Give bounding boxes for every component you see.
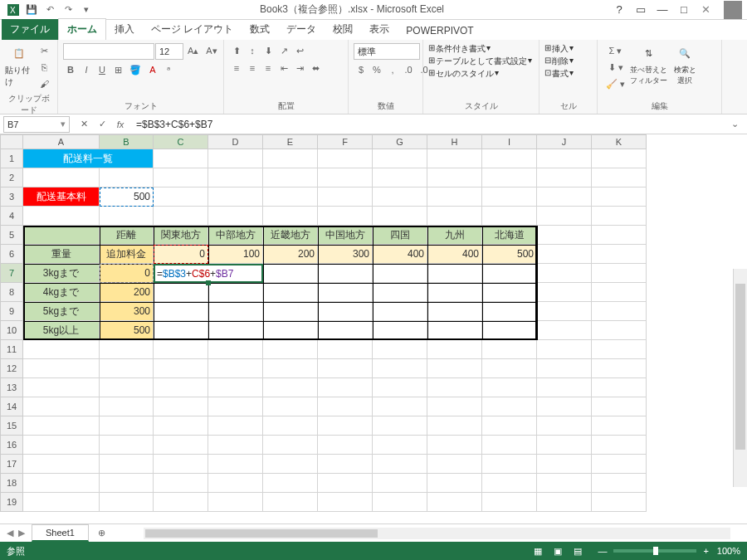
comma-icon[interactable]: , — [385, 62, 400, 77]
cell-bg[interactable] — [373, 302, 427, 321]
cell-bg[interactable] — [482, 455, 537, 474]
cell-bg[interactable] — [537, 187, 592, 207]
user-avatar[interactable] — [724, 1, 742, 19]
cell-bg[interactable] — [537, 149, 592, 168]
cell-bg[interactable] — [208, 187, 263, 207]
hscroll-thumb[interactable] — [145, 529, 378, 538]
cell-A8[interactable]: 4kgまで — [23, 283, 100, 302]
cell-bg[interactable] — [263, 187, 318, 207]
minimize-icon[interactable]: — — [652, 2, 672, 18]
cell-A6[interactable]: 重量 — [23, 245, 100, 264]
cell-bg[interactable] — [427, 168, 482, 187]
cell-bg[interactable] — [154, 187, 208, 207]
cell-bg[interactable] — [154, 493, 208, 512]
cell-bg[interactable] — [318, 283, 373, 302]
cell-bg[interactable] — [373, 264, 427, 283]
fill-color-button[interactable]: 🪣 — [126, 62, 144, 77]
cell-bg[interactable] — [208, 436, 263, 455]
conditional-format-button[interactable]: ⊞ 条件付き書式 ▾ — [428, 43, 491, 55]
border-button[interactable]: ⊞ — [110, 62, 125, 77]
indent-inc-icon[interactable]: ⇥ — [292, 61, 307, 75]
cell-bg[interactable] — [23, 340, 100, 359]
cell-bg[interactable] — [427, 340, 482, 359]
cell-bg[interactable] — [592, 493, 647, 512]
cell-bg[interactable] — [208, 302, 263, 321]
cell-E6[interactable]: 200 — [263, 245, 318, 264]
cell-C5[interactable]: 関東地方 — [154, 226, 208, 245]
underline-button[interactable]: U — [95, 62, 110, 77]
cell-bg[interactable] — [592, 149, 647, 168]
indent-dec-icon[interactable]: ⇤ — [276, 61, 291, 75]
cell-bg[interactable] — [154, 455, 208, 474]
cell-bg[interactable] — [154, 416, 208, 436]
cell-bg[interactable] — [23, 397, 100, 416]
cell-bg[interactable] — [100, 455, 154, 474]
ribbon-display-icon[interactable]: ▭ — [631, 2, 651, 18]
name-box[interactable]: B7 ▾ — [3, 116, 70, 133]
cell-H5[interactable]: 九州 — [427, 226, 482, 245]
cell-bg[interactable] — [318, 207, 373, 226]
col-header-F[interactable]: F — [318, 134, 373, 149]
cell-bg[interactable] — [592, 283, 647, 302]
cell-bg[interactable] — [263, 397, 318, 416]
cell-bg[interactable] — [592, 436, 647, 455]
clear-icon[interactable]: 🧹 ▾ — [603, 76, 628, 91]
cell-bg[interactable] — [592, 416, 647, 436]
align-bottom-icon[interactable]: ⬇ — [261, 43, 276, 58]
cell-bg[interactable] — [592, 187, 647, 207]
cell-bg[interactable] — [592, 207, 647, 226]
format-painter-icon[interactable]: 🖌 — [37, 76, 52, 91]
cell-bg[interactable] — [592, 321, 647, 340]
cell-A10[interactable]: 5kg以上 — [23, 321, 100, 340]
row-header-8[interactable]: 8 — [0, 283, 23, 302]
cell-bg[interactable] — [263, 359, 318, 378]
view-layout-icon[interactable]: ▣ — [549, 544, 567, 558]
cell-bg[interactable] — [208, 149, 263, 168]
cell-bg[interactable] — [373, 207, 427, 226]
cell-bg[interactable] — [427, 474, 482, 493]
excel-icon[interactable]: X — [5, 2, 22, 18]
cell-bg[interactable] — [592, 168, 647, 187]
cut-icon[interactable]: ✂ — [37, 43, 52, 58]
cell-bg[interactable] — [537, 455, 592, 474]
cell-bg[interactable] — [100, 416, 154, 436]
cell-bg[interactable] — [208, 416, 263, 436]
cell-bg[interactable] — [482, 378, 537, 397]
cell-bg[interactable] — [263, 149, 318, 168]
cell-bg[interactable] — [208, 340, 263, 359]
cell-bg[interactable] — [263, 207, 318, 226]
zoom-thumb[interactable] — [653, 547, 658, 555]
cell-bg[interactable] — [23, 436, 100, 455]
cell-B5[interactable]: 距離 — [100, 226, 154, 245]
cell-I6[interactable]: 500 — [482, 245, 537, 264]
cell-bg[interactable] — [537, 283, 592, 302]
cell-E5[interactable]: 近畿地方 — [263, 226, 318, 245]
font-color-button[interactable]: A — [145, 62, 160, 77]
insert-cells-button[interactable]: ⊞ 挿入 ▾ — [544, 43, 574, 55]
italic-button[interactable]: I — [79, 62, 94, 77]
save-icon[interactable]: 💾 — [23, 2, 40, 18]
autosum-icon[interactable]: Σ ▾ — [603, 43, 628, 58]
cell-I5[interactable]: 北海道 — [482, 226, 537, 245]
cell-bg[interactable] — [373, 359, 427, 378]
row-header-10[interactable]: 10 — [0, 321, 23, 340]
cell-bg[interactable] — [373, 340, 427, 359]
cell-bg[interactable] — [23, 359, 100, 378]
cell-bg[interactable] — [427, 378, 482, 397]
cell-bg[interactable] — [373, 187, 427, 207]
cell-bg[interactable] — [318, 436, 373, 455]
cell-bg[interactable] — [482, 416, 537, 436]
tab-formulas[interactable]: 数式 — [242, 19, 278, 40]
row-header-18[interactable]: 18 — [0, 474, 23, 493]
cell-bg[interactable] — [263, 302, 318, 321]
row-header-9[interactable]: 9 — [0, 302, 23, 321]
cell-bg[interactable] — [427, 436, 482, 455]
fx-icon[interactable]: fx — [113, 117, 128, 132]
cell-bg[interactable] — [592, 378, 647, 397]
cell-bg[interactable] — [23, 168, 100, 187]
cell-bg[interactable] — [537, 168, 592, 187]
cell-bg[interactable] — [263, 340, 318, 359]
cell-bg[interactable] — [263, 436, 318, 455]
cell-bg[interactable] — [154, 436, 208, 455]
sheet-next-icon[interactable]: ▶ — [18, 528, 25, 538]
